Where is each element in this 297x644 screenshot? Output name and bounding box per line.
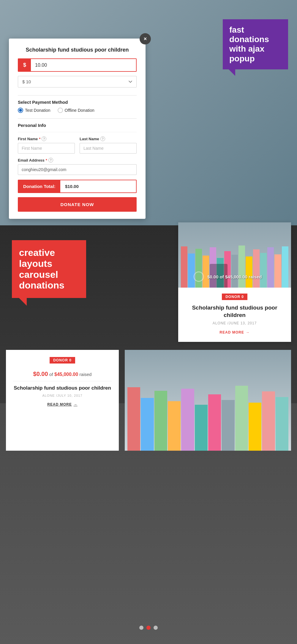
card-raised-text: $0.00 of $45,000.00 raised xyxy=(207,274,262,279)
bottom-card-left: DONOR 0 $0.00 of $45,000.00 raised Schol… xyxy=(6,350,119,451)
personal-divider xyxy=(18,132,137,132)
card-image-top: $0.00 of $45,000.00 raised xyxy=(178,222,291,288)
amount-input[interactable] xyxy=(31,59,136,71)
donation-modal: × Scholarship fund studious poor childre… xyxy=(9,39,146,219)
required-star-email: * xyxy=(46,158,47,162)
speech-bubble-purple: fast donations with ajax popup xyxy=(223,19,288,69)
arrow-icon-bottom: → xyxy=(74,402,78,407)
bottom-cards-row: DONOR 0 $0.00 of $45,000.00 raised Schol… xyxy=(0,350,297,451)
modal-title: Scholarship fund studious poor children xyxy=(18,47,137,53)
read-more-link-top[interactable]: READ MORE → xyxy=(219,330,249,334)
card-title-top: Scholarship fund studious poor children xyxy=(185,304,284,319)
svg-point-0 xyxy=(194,272,203,281)
donation-total-row: Donation Total: $10.00 xyxy=(18,180,137,193)
radio-test-label: Test Donation xyxy=(25,108,50,113)
donor-badge-bottom: DONOR 0 xyxy=(50,357,75,364)
speech-bubble-bottom-text: creative layouts carousel donations xyxy=(19,247,64,291)
first-name-label: First Name * ? xyxy=(18,136,75,141)
donation-total-label: Donation Total: xyxy=(18,180,60,192)
amount-total: $45,000.00 xyxy=(54,372,78,377)
read-more-link-bottom[interactable]: READ MORE → xyxy=(47,402,77,407)
amount-raised-text: raised xyxy=(80,372,92,377)
close-button[interactable]: × xyxy=(140,33,151,44)
card-divider xyxy=(13,381,112,381)
donor-badge-top: DONOR 0 xyxy=(222,294,247,300)
last-name-input[interactable] xyxy=(80,143,137,154)
bottom-card-right-image xyxy=(125,350,291,451)
card-body: DONOR 0 Scholarship fund studious poor c… xyxy=(178,288,291,342)
amount-select[interactable]: $ 5 $ 10 $ 20 $ 50 $ 100 xyxy=(18,76,137,87)
help-icon-first[interactable]: ? xyxy=(42,136,46,141)
radio-offline-circle xyxy=(58,108,63,113)
divider-2 xyxy=(18,118,137,119)
amount-of-text: of xyxy=(49,372,53,377)
required-star-first: * xyxy=(39,137,40,141)
last-name-field: Last Name ? xyxy=(80,136,137,154)
radio-test-donation[interactable]: Test Donation xyxy=(18,108,50,113)
donation-total-value: $10.00 xyxy=(60,180,136,192)
arrow-icon: → xyxy=(246,330,250,334)
speech-bubble-pink: creative layouts carousel donations xyxy=(12,240,86,298)
donate-now-button[interactable]: DONATE NOW xyxy=(18,197,137,212)
card-meta-top: ALONE /JUNE 13, 2017 xyxy=(185,321,284,325)
email-input[interactable] xyxy=(18,164,137,175)
bottom-card-title: Scholarship fund studious poor children xyxy=(13,385,112,391)
donation-card-right: $0.00 of $45,000.00 raised DONOR 0 Schol… xyxy=(178,222,291,342)
first-name-input[interactable] xyxy=(18,143,75,154)
payment-method-group: Test Donation Offline Donation xyxy=(18,108,137,113)
last-name-label: Last Name ? xyxy=(80,136,137,141)
bottom-card-meta: ALONE /JULY 10, 2017 xyxy=(13,394,112,397)
first-name-field: First Name * ? xyxy=(18,136,75,154)
name-row: First Name * ? Last Name ? xyxy=(18,136,137,154)
divider-1 xyxy=(18,95,137,95)
card-raised-amount: $0.00 of $45,000.00 raised xyxy=(193,271,262,282)
amount-zero: $0.00 xyxy=(33,371,48,377)
radio-test-circle xyxy=(18,108,23,113)
dot-2[interactable] xyxy=(146,626,151,630)
dot-3[interactable] xyxy=(154,626,158,630)
amount-raised-row: $0.00 of $45,000.00 raised xyxy=(13,371,112,377)
radio-offline-label: Offline Donation xyxy=(65,108,94,113)
payment-method-section-label: Select Payment Method xyxy=(18,100,137,105)
amount-prefix: $ xyxy=(18,59,31,71)
speech-bubble-top-text: fast donations with ajax popup xyxy=(229,25,269,63)
help-icon-email[interactable]: ? xyxy=(48,158,53,162)
radio-offline-donation[interactable]: Offline Donation xyxy=(58,108,94,113)
email-label: Email Address * ? xyxy=(18,158,137,162)
email-field-wrapper: Email Address * ? xyxy=(18,158,137,175)
help-icon-last[interactable]: ? xyxy=(100,136,105,141)
personal-info-label: Personal Info xyxy=(18,123,137,128)
dot-1[interactable] xyxy=(139,626,143,630)
amount-input-wrapper: $ xyxy=(18,58,137,72)
